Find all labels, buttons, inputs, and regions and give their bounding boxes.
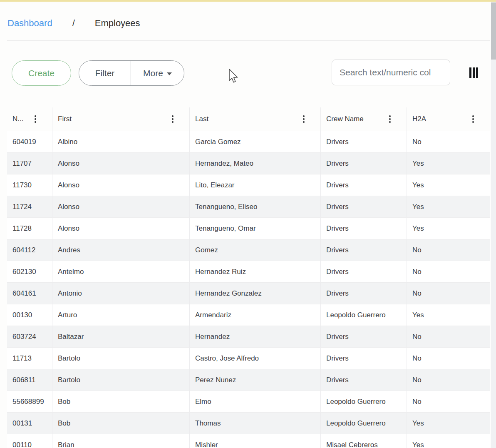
kebab-menu-icon[interactable]: [302, 113, 305, 125]
cell-last: Hernandez Gonzalez: [189, 283, 320, 304]
cell-crew_name: Drivers: [320, 348, 407, 369]
cell-h2a: No: [407, 261, 490, 282]
cell-h2a: No: [407, 131, 490, 152]
cell-number: 604019: [7, 131, 52, 152]
table-row[interactable]: 604112AndresGomezDriversNo: [7, 239, 490, 261]
column-label: N...: [12, 115, 23, 123]
cell-number: 11713: [7, 348, 52, 369]
column-label: H2A: [412, 115, 426, 123]
column-label: Last: [195, 115, 208, 123]
column-header-h2a[interactable]: H2A: [407, 107, 490, 131]
filter-button[interactable]: Filter: [79, 61, 131, 85]
cell-first: Alonso: [52, 218, 189, 239]
cell-number: 11724: [7, 196, 52, 217]
breadcrumb-dashboard-link[interactable]: Dashboard: [7, 18, 52, 29]
breadcrumb: Dashboard / Employees: [7, 18, 140, 29]
cell-crew_name: Drivers: [320, 283, 407, 304]
table-header-row: N...FirstLastCrew NameH2A: [7, 107, 490, 131]
cell-last: Perez Nunez: [189, 369, 320, 391]
cell-first: Alonso: [52, 153, 189, 174]
cell-h2a: Yes: [407, 153, 490, 174]
cell-crew_name: Leopoldo Guerrero: [320, 391, 407, 412]
column-header-first[interactable]: First: [52, 107, 189, 131]
kebab-menu-icon[interactable]: [171, 113, 174, 125]
cell-last: Mishler: [189, 434, 320, 448]
table-row[interactable]: 604019AlbinoGarcia GomezDriversNo: [7, 131, 490, 153]
kebab-menu-icon[interactable]: [388, 113, 392, 125]
table-row[interactable]: 11713BartoloCastro, Jose AlfredoDriversN…: [7, 348, 490, 369]
employees-table: N...FirstLastCrew NameH2A 604019AlbinoGa…: [7, 107, 490, 448]
table-row[interactable]: 602130AntelmoHernandez RuizDriversNo: [7, 261, 490, 283]
cell-h2a: No: [407, 283, 490, 304]
cell-first: Bartolo: [52, 348, 189, 369]
cell-h2a: Yes: [407, 304, 490, 326]
kebab-menu-icon[interactable]: [471, 113, 475, 125]
cell-crew_name: Drivers: [320, 369, 407, 391]
cell-crew_name: Drivers: [320, 153, 407, 174]
table-row[interactable]: 606811BartoloPerez NunezDriversNo: [7, 369, 490, 391]
kebab-menu-icon[interactable]: [34, 113, 37, 125]
cell-crew_name: Drivers: [320, 196, 407, 217]
table-row[interactable]: 00131BobThomasLeopoldo GuerreroYes: [7, 413, 490, 434]
cell-h2a: No: [407, 369, 490, 391]
column-header-number[interactable]: N...: [7, 107, 52, 131]
more-button[interactable]: More: [131, 61, 184, 85]
cell-number: 00130: [7, 304, 52, 326]
table-row[interactable]: 00110BrianMishlerMisael CebrerosYes: [7, 434, 490, 448]
column-header-crew_name[interactable]: Crew Name: [320, 107, 407, 131]
table-row[interactable]: 604161AntonioHernandez GonzalezDriversNo: [7, 283, 490, 304]
cell-number: 606811: [7, 369, 52, 391]
filter-more-button-group: Filter More: [79, 60, 184, 86]
cell-last: Castro, Jose Alfredo: [189, 348, 320, 369]
cell-last: Thomas: [189, 413, 320, 434]
cell-first: Bob: [52, 413, 189, 434]
header-divider: [7, 40, 490, 41]
cell-number: 11728: [7, 218, 52, 239]
cell-h2a: Yes: [407, 434, 490, 448]
table-body: 604019AlbinoGarcia GomezDriversNo11707Al…: [7, 131, 490, 448]
cell-h2a: Yes: [407, 218, 490, 239]
table-row[interactable]: 55668899BobElmoLeopoldo GuerreroNo: [7, 391, 490, 413]
cell-first: Antonio: [52, 283, 189, 304]
breadcrumb-separator: /: [72, 18, 75, 29]
cell-number: 603724: [7, 326, 52, 347]
table-row[interactable]: 603724BaltazarHernandezDriversNo: [7, 326, 490, 348]
cell-last: Garcia Gomez: [189, 131, 320, 152]
cell-number: 604161: [7, 283, 52, 304]
cell-crew_name: Leopoldo Guerrero: [320, 413, 407, 434]
table-row[interactable]: 11728AlonsoTenangueno, OmarDriversYes: [7, 218, 490, 239]
cell-number: 11730: [7, 174, 52, 196]
vertical-scrollbar-thumb[interactable]: [491, 2, 496, 60]
more-button-label: More: [143, 68, 163, 78]
mouse-cursor-icon: [229, 69, 239, 84]
search-input[interactable]: [332, 60, 450, 85]
top-accent-bar: [0, 0, 496, 2]
cell-crew_name: Drivers: [320, 131, 407, 152]
column-header-last[interactable]: Last: [189, 107, 320, 131]
table-row[interactable]: 00130ArturoArmendarizLeopoldo GuerreroYe…: [7, 304, 490, 326]
cell-last: Hernandez: [189, 326, 320, 347]
cell-last: Tenangueno, Omar: [189, 218, 320, 239]
create-button[interactable]: Create: [12, 60, 71, 86]
cell-first: Alonso: [52, 174, 189, 196]
cell-h2a: No: [407, 391, 490, 412]
cell-first: Andres: [52, 239, 189, 261]
cell-number: 00110: [7, 434, 52, 448]
table-row[interactable]: 11724AlonsoTenangueno, EliseoDriversYes: [7, 196, 490, 218]
cell-last: Hernandez, Mateo: [189, 153, 320, 174]
column-visibility-icon[interactable]: [469, 67, 478, 78]
cell-crew_name: Drivers: [320, 239, 407, 261]
cell-h2a: No: [407, 326, 490, 347]
vertical-scrollbar-track[interactable]: [491, 2, 496, 448]
filter-button-label: Filter: [95, 68, 115, 78]
cell-first: Bob: [52, 391, 189, 412]
cell-number: 55668899: [7, 391, 52, 412]
cell-h2a: Yes: [407, 174, 490, 196]
cell-first: Antelmo: [52, 261, 189, 282]
cell-first: Baltazar: [52, 326, 189, 347]
table-row[interactable]: 11730AlonsoLito, EleazarDriversYes: [7, 174, 490, 196]
cell-h2a: Yes: [407, 413, 490, 434]
cell-number: 602130: [7, 261, 52, 282]
table-row[interactable]: 11707AlonsoHernandez, MateoDriversYes: [7, 153, 490, 174]
cell-crew_name: Leopoldo Guerrero: [320, 304, 407, 326]
